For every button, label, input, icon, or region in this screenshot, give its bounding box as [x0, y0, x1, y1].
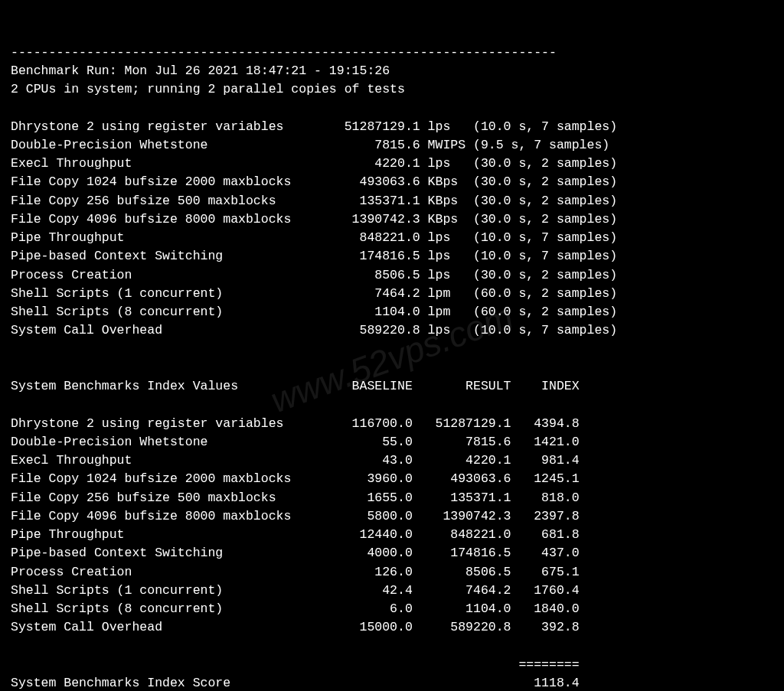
index-header-line: System Benchmarks Index Values BASELINE …: [11, 377, 773, 396]
index-values-block: Dhrystone 2 using register variables 116…: [11, 415, 773, 637]
blank-line: [11, 360, 18, 375]
terminal-output: www.52vps.com --------------------------…: [0, 0, 784, 691]
divider-line: ----------------------------------------…: [11, 45, 557, 60]
test-results-block: Dhrystone 2 using register variables 512…: [11, 118, 773, 341]
cpu-info-line: 2 CPUs in system; running 2 parallel cop…: [11, 82, 405, 96]
score-divider: ========: [11, 657, 580, 672]
benchmark-run-header: Benchmark Run: Mon Jul 26 2021 18:47:21 …: [11, 64, 390, 78]
blank-line: [11, 100, 18, 115]
score-line: System Benchmarks Index Score 1118.4: [11, 674, 773, 691]
